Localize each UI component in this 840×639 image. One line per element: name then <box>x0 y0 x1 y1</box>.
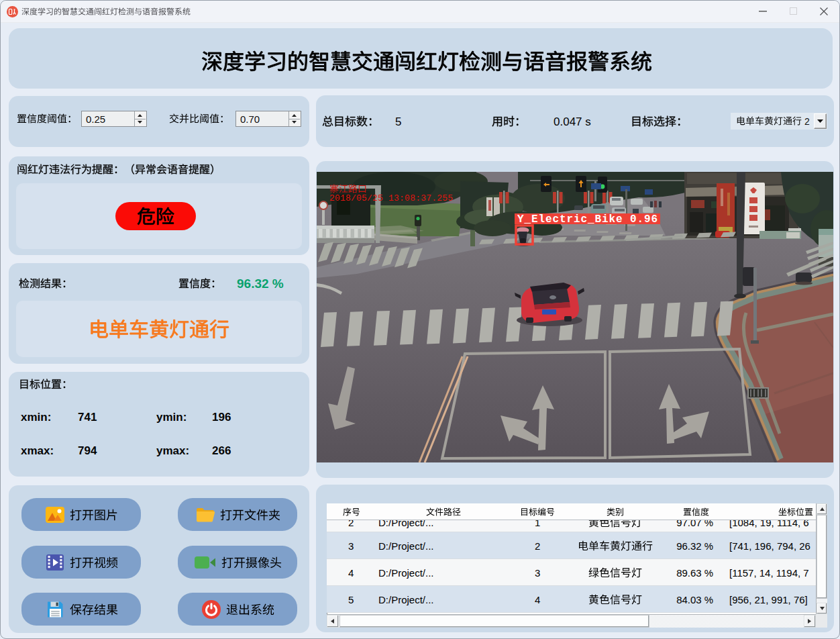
svg-text:Y_Electric_Bike 0.96: Y_Electric_Bike 0.96 <box>517 213 658 226</box>
svg-text:2018/05/25 13:08:37.255: 2018/05/25 13:08:37.255 <box>329 193 453 203</box>
